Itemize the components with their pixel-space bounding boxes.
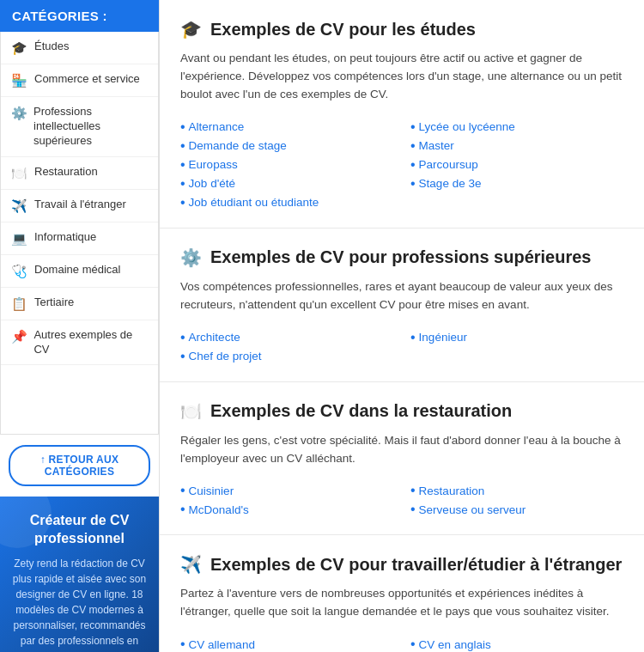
section-etranger: ✈️ Exemples de CV pour travailler/étudie… bbox=[160, 535, 644, 652]
links-grid-restauration: CuisinierMcDonald'sRestaurationServeuse … bbox=[180, 481, 623, 519]
link-alternance[interactable]: Alternance bbox=[180, 118, 393, 137]
sidebar-label-autres: Autres exemples de CV bbox=[33, 328, 148, 357]
sidebar-label-etranger: Travail à l'étranger bbox=[34, 198, 126, 212]
link-ingnieur[interactable]: Ingénieur bbox=[410, 328, 623, 347]
link-job-dt[interactable]: Job d'été bbox=[180, 174, 393, 193]
sidebar-item-etranger[interactable]: ✈️ Travail à l'étranger bbox=[1, 190, 158, 222]
link-restauration[interactable]: Restauration bbox=[410, 481, 623, 500]
link-architecte[interactable]: Architecte bbox=[180, 328, 393, 347]
link-job-tudiant-ou-tudiante[interactable]: Job étudiant ou étudiante bbox=[180, 193, 393, 212]
section-desc-etranger: Partez à l'aventure vers de nombreuses o… bbox=[180, 585, 623, 621]
link-stage-de-3e[interactable]: Stage de 3e bbox=[410, 174, 623, 193]
sidebar-label-etudes: Études bbox=[34, 40, 69, 54]
link-europass[interactable]: Europass bbox=[180, 155, 393, 174]
link-master[interactable]: Master bbox=[410, 137, 623, 155]
links-col2-professions: Ingénieur bbox=[410, 328, 623, 366]
link-chef-de-projet[interactable]: Chef de projet bbox=[180, 347, 393, 366]
etranger-icon: ✈️ bbox=[11, 198, 27, 214]
sidebar-nav: 🎓 Études 🏪 Commerce et service ⚙️ Profes… bbox=[0, 32, 159, 435]
link-mcdonalds[interactable]: McDonald's bbox=[180, 500, 393, 519]
promo-description: Zety rend la rédaction de CV plus rapide… bbox=[12, 556, 147, 652]
sidebar-label-restauration: Restauration bbox=[34, 165, 98, 180]
professions-icon: ⚙️ bbox=[11, 106, 27, 121]
link-cv-allemand[interactable]: CV allemand bbox=[180, 635, 393, 652]
commerce-icon: 🏪 bbox=[11, 73, 27, 88]
section-professions: ⚙️ Exemples de CV pour professions supér… bbox=[160, 229, 644, 382]
sidebar-item-etudes[interactable]: 🎓 Études bbox=[1, 32, 158, 64]
main-content: 🎓 Exemples de CV pour les études Avant o… bbox=[159, 0, 644, 652]
sidebar-item-medical[interactable]: 🩺 Domaine médical bbox=[1, 255, 158, 288]
section-title-etudes: 🎓 Exemples de CV pour les études bbox=[180, 19, 623, 40]
links-col1-restauration: CuisinierMcDonald's bbox=[180, 481, 393, 519]
sidebar-label-commerce: Commerce et service bbox=[34, 72, 140, 87]
section-restauration: 🍽️ Exemples de CV dans la restauration R… bbox=[160, 382, 644, 536]
etudes-section-icon: 🎓 bbox=[180, 19, 202, 40]
sidebar-label-medical: Domaine médical bbox=[34, 263, 120, 277]
back-to-categories-button[interactable]: ↑ RETOUR AUX CATÉGORIES bbox=[9, 445, 150, 486]
sidebar-item-autres[interactable]: 📌 Autres exemples de CV bbox=[1, 320, 158, 366]
links-grid-etranger: CV allemandCV australienCV canadienCV en… bbox=[180, 635, 623, 652]
section-desc-professions: Vos compétences professionnelles, rares … bbox=[180, 278, 623, 314]
links-col2-etranger: CV en anglaisCV espagnolCV suisse bbox=[410, 635, 623, 652]
sidebar-label-tertiaire: Tertiaire bbox=[34, 296, 74, 310]
section-heading-restauration: Exemples de CV dans la restauration bbox=[210, 401, 512, 421]
sidebar-item-commerce[interactable]: 🏪 Commerce et service bbox=[1, 64, 158, 97]
restauration-icon: 🍽️ bbox=[11, 166, 27, 181]
links-col2-etudes: Lycée ou lycéenneMasterParcoursupStage d… bbox=[410, 118, 623, 212]
sidebar-item-professions[interactable]: ⚙️ Professions intellectuelles supérieur… bbox=[1, 97, 158, 157]
etudes-icon: 🎓 bbox=[11, 40, 27, 56]
link-serveuse-ou-serveur[interactable]: Serveuse ou serveur bbox=[410, 500, 623, 519]
section-heading-etranger: Exemples de CV pour travailler/étudier à… bbox=[210, 555, 622, 575]
sidebar-item-restauration[interactable]: 🍽️ Restauration bbox=[1, 157, 158, 190]
promo-box: Créateur de CV professionnel Zety rend l… bbox=[0, 497, 159, 652]
section-heading-professions: Exemples de CV pour professions supérieu… bbox=[210, 247, 591, 267]
section-desc-restauration: Régaler les gens, c'est votre spécialité… bbox=[180, 432, 623, 468]
links-col1-etudes: AlternanceDemande de stageEuropassJob d'… bbox=[180, 118, 393, 212]
sidebar-item-informatique[interactable]: 💻 Informatique bbox=[1, 222, 158, 255]
sidebar-label-professions: Professions intellectuelles supérieures bbox=[33, 105, 148, 149]
professions-section-icon: ⚙️ bbox=[180, 247, 202, 268]
restauration-section-icon: 🍽️ bbox=[180, 401, 202, 422]
etranger-section-icon: ✈️ bbox=[180, 554, 202, 575]
section-title-professions: ⚙️ Exemples de CV pour professions supér… bbox=[180, 247, 623, 268]
link-demande-de-stage[interactable]: Demande de stage bbox=[180, 137, 393, 155]
links-col1-professions: ArchitecteChef de projet bbox=[180, 328, 393, 366]
autres-icon: 📌 bbox=[11, 329, 27, 344]
promo-title: Créateur de CV professionnel bbox=[12, 512, 147, 548]
sidebar-item-tertiaire[interactable]: 📋 Tertiaire bbox=[1, 288, 158, 320]
link-lyce-ou-lycenne[interactable]: Lycée ou lycéenne bbox=[410, 118, 623, 137]
informatique-icon: 💻 bbox=[11, 231, 27, 247]
links-grid-professions: ArchitecteChef de projetIngénieur bbox=[180, 328, 623, 366]
sidebar-header: CATÉGORIES : bbox=[0, 0, 159, 32]
link-parcoursup[interactable]: Parcoursup bbox=[410, 155, 623, 174]
sidebar: CATÉGORIES : 🎓 Études 🏪 Commerce et serv… bbox=[0, 0, 159, 652]
section-etudes: 🎓 Exemples de CV pour les études Avant o… bbox=[160, 0, 644, 229]
tertiaire-icon: 📋 bbox=[11, 296, 27, 312]
section-title-etranger: ✈️ Exemples de CV pour travailler/étudie… bbox=[180, 554, 623, 575]
links-col2-restauration: RestaurationServeuse ou serveur bbox=[410, 481, 623, 519]
section-heading-etudes: Exemples de CV pour les études bbox=[210, 20, 476, 40]
section-title-restauration: 🍽️ Exemples de CV dans la restauration bbox=[180, 401, 623, 422]
section-desc-etudes: Avant ou pendant les études, on peut tou… bbox=[180, 50, 623, 104]
links-grid-etudes: AlternanceDemande de stageEuropassJob d'… bbox=[180, 118, 623, 212]
sidebar-label-informatique: Informatique bbox=[34, 230, 96, 245]
links-col1-etranger: CV allemandCV australienCV canadien bbox=[180, 635, 393, 652]
link-cuisinier[interactable]: Cuisinier bbox=[180, 481, 393, 500]
medical-icon: 🩺 bbox=[11, 264, 27, 279]
link-cv-en-anglais[interactable]: CV en anglais bbox=[410, 635, 623, 652]
